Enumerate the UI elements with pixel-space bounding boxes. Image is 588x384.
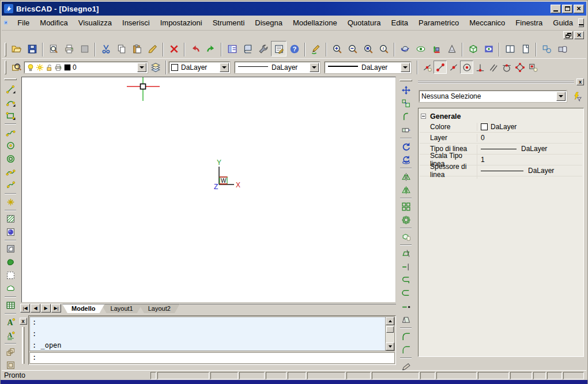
section-collapse-icon[interactable] (421, 114, 426, 119)
circle-button[interactable] (3, 139, 18, 152)
drawing-explorer-button[interactable] (224, 41, 240, 57)
menu-file[interactable]: File (12, 17, 35, 29)
quick-select-icon[interactable] (570, 91, 583, 102)
open-button[interactable] (9, 41, 24, 57)
plot-settings-button[interactable] (77, 41, 92, 57)
explode-button[interactable] (398, 313, 413, 326)
array-button[interactable] (398, 200, 413, 213)
ellipse-button[interactable] (3, 165, 18, 179)
tab-modello[interactable]: Modello (62, 304, 105, 313)
match-properties-button[interactable] (145, 41, 160, 57)
copy-3d-button[interactable] (398, 230, 413, 243)
mtext-button[interactable]: A (3, 329, 18, 342)
layer-combobox[interactable]: 0 (24, 62, 148, 73)
table-button[interactable] (3, 299, 18, 312)
look-button[interactable] (413, 41, 428, 57)
copy-entity-button[interactable] (398, 97, 413, 110)
chamfer-button[interactable] (398, 343, 413, 356)
gradient-button[interactable] (3, 225, 18, 239)
tab-next-button[interactable]: ▶ (41, 304, 51, 313)
wipeout-button[interactable] (3, 269, 18, 282)
solids-button[interactable] (555, 41, 570, 57)
layer-combo-arrow[interactable] (137, 63, 146, 72)
orbit-button[interactable] (397, 41, 413, 57)
command-scrollbar[interactable] (385, 317, 394, 351)
lineweight-combobox[interactable]: DaLayer (325, 62, 411, 73)
tab-prev-button[interactable]: ◀ (31, 304, 40, 313)
linetype-combo-arrow[interactable] (310, 63, 319, 72)
mdi-minimize-button[interactable] (578, 18, 584, 27)
open-shape-button[interactable] (398, 287, 413, 300)
lineweight-combo-arrow[interactable] (401, 63, 410, 72)
minimize-button[interactable] (551, 5, 561, 13)
text-button[interactable]: A (3, 315, 18, 329)
print-preview-button[interactable] (46, 41, 61, 57)
close-button[interactable]: × (574, 5, 584, 13)
menu-parametrico[interactable]: Parametrico (413, 17, 464, 29)
zoom-previous-button[interactable]: f (376, 41, 391, 57)
scroll-down-button[interactable] (386, 342, 394, 351)
customize-button[interactable] (255, 41, 271, 57)
undo-button[interactable] (187, 41, 203, 57)
menu-impostazioni[interactable]: Impostazioni (155, 17, 208, 29)
command-drag-grip[interactable] (22, 327, 25, 364)
mirror-button[interactable] (398, 170, 413, 183)
rotate-3d-button[interactable] (398, 153, 413, 167)
menu-modifica[interactable]: Modifica (35, 17, 73, 29)
layer-states-button[interactable] (148, 59, 163, 75)
command-input[interactable]: : (29, 352, 395, 364)
snap-midpoint-button[interactable] (447, 61, 460, 74)
linetype-combobox[interactable]: DaLayer (235, 62, 320, 73)
paste-button[interactable] (129, 41, 145, 57)
hatch-button[interactable] (3, 212, 18, 225)
selection-combo-arrow[interactable] (556, 92, 566, 101)
sketch-button[interactable] (3, 179, 18, 192)
redline-button[interactable] (308, 41, 323, 57)
point-button[interactable] (3, 195, 18, 209)
menu-strumenti[interactable]: Strumenti (208, 17, 250, 29)
spline-button[interactable] (3, 126, 18, 139)
polar-array-button[interactable] (398, 213, 413, 227)
mirror-3d-button[interactable] (398, 183, 413, 197)
render-button[interactable] (481, 41, 496, 57)
menu-visualizza[interactable]: Visualizza (73, 17, 117, 29)
fillet-button[interactable] (398, 330, 413, 343)
snap-endpoint-button[interactable] (434, 61, 447, 74)
extend-button[interactable] (398, 260, 413, 273)
menu-inserisci[interactable]: Inserisci (117, 17, 155, 29)
group-button[interactable] (539, 41, 555, 57)
donut-button[interactable] (3, 152, 18, 165)
publish-button[interactable] (240, 41, 255, 57)
stretch-button[interactable] (398, 123, 413, 137)
offset-button[interactable] (398, 110, 413, 123)
snap-insertion-button[interactable] (526, 61, 540, 74)
boundary-button[interactable] (3, 255, 18, 269)
snap-parallel-button[interactable] (487, 61, 500, 74)
trim-button[interactable] (398, 247, 413, 260)
settings-button[interactable] (271, 41, 287, 57)
tile-viewports-button[interactable] (502, 41, 518, 57)
menu-disegna[interactable]: Disegna (250, 17, 288, 29)
tab-layout1[interactable]: Layout1 (101, 304, 142, 313)
scroll-thumb[interactable] (386, 326, 394, 333)
hide-button[interactable] (465, 41, 481, 57)
selection-combobox[interactable]: Nessuna Selezione (419, 91, 567, 102)
property-row-colore[interactable]: ColoreDaLayer (420, 122, 582, 133)
snap-tangent-button[interactable] (500, 61, 513, 74)
revision-cloud-button[interactable] (3, 282, 18, 295)
rotate-button[interactable] (398, 140, 413, 153)
save-button[interactable] (24, 41, 40, 57)
cut-button[interactable] (98, 41, 114, 57)
command-close-button[interactable]: x (20, 318, 27, 325)
zoom-in-button[interactable] (329, 41, 345, 57)
help-button[interactable]: ? (287, 41, 302, 57)
menu-quotatura[interactable]: Quotatura (342, 17, 386, 29)
menu-guida[interactable]: Guida (548, 17, 578, 29)
menu-finestra[interactable]: Finestra (510, 17, 548, 29)
tab-last-button[interactable]: ▶| (51, 304, 61, 313)
tab-layout2[interactable]: Layout2 (139, 304, 180, 313)
perspective-button[interactable] (444, 41, 459, 57)
menu-modellazione[interactable]: Modellazione (288, 17, 342, 29)
viewport-button[interactable] (518, 41, 533, 57)
maximize-button[interactable] (562, 5, 572, 13)
